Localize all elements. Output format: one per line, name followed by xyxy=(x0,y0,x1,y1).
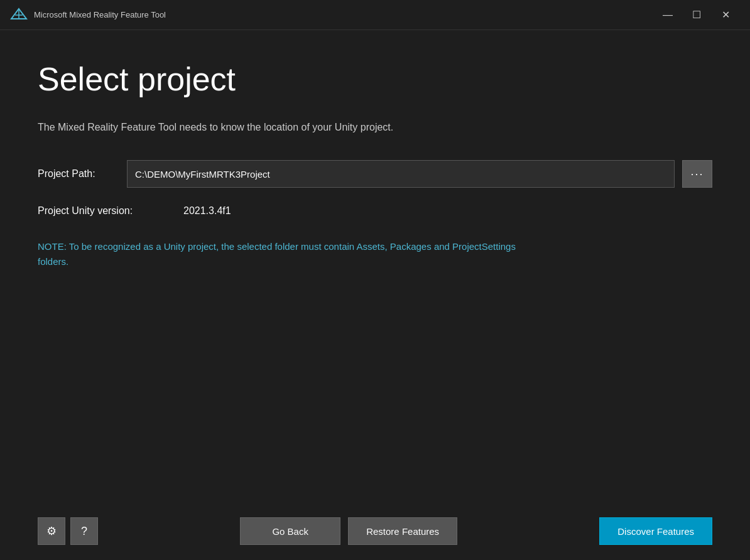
version-value: 2021.3.4f1 xyxy=(183,205,231,217)
description-text: The Mixed Reality Feature Tool needs to … xyxy=(38,120,712,135)
footer-right-buttons: Discover Features xyxy=(599,517,712,545)
window-controls: — ☐ ✕ xyxy=(653,5,740,25)
footer-center-buttons: Go Back Restore Features xyxy=(106,517,592,545)
app-icon xyxy=(10,6,28,24)
browse-button[interactable]: ··· xyxy=(682,160,712,188)
window-title: Microsoft Mixed Reality Feature Tool xyxy=(34,10,653,19)
discover-features-button[interactable]: Discover Features xyxy=(599,517,712,545)
footer-left-buttons: ⚙ ? xyxy=(38,517,98,545)
go-back-button[interactable]: Go Back xyxy=(240,517,340,545)
note-text: NOTE: To be recognized as a Unity projec… xyxy=(38,239,528,269)
project-path-label: Project Path: xyxy=(38,168,119,180)
close-button[interactable]: ✕ xyxy=(711,5,740,25)
help-button[interactable]: ? xyxy=(70,517,98,545)
maximize-button[interactable]: ☐ xyxy=(682,5,711,25)
restore-features-button[interactable]: Restore Features xyxy=(348,517,457,545)
title-bar: Microsoft Mixed Reality Feature Tool — ☐… xyxy=(0,0,750,30)
page-title: Select project xyxy=(38,62,712,97)
project-path-input[interactable] xyxy=(127,160,675,188)
project-path-row: Project Path: ··· xyxy=(38,160,712,188)
minimize-button[interactable]: — xyxy=(653,5,682,25)
version-row: Project Unity version: 2021.3.4f1 xyxy=(38,205,712,217)
footer: ⚙ ? Go Back Restore Features Discover Fe… xyxy=(0,507,750,560)
settings-button[interactable]: ⚙ xyxy=(38,517,65,545)
main-content: Select project The Mixed Reality Feature… xyxy=(0,30,750,507)
version-label: Project Unity version: xyxy=(38,205,176,217)
